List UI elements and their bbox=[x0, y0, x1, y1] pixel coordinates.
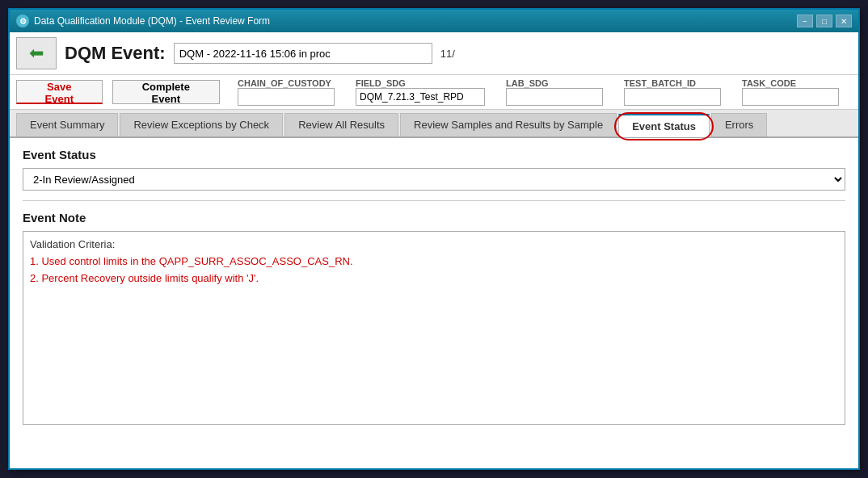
task-code-field: TASK_CODE bbox=[742, 78, 839, 106]
tab-event-summary[interactable]: Event Summary bbox=[16, 113, 118, 136]
tab-review-all-results[interactable]: Review All Results bbox=[284, 113, 398, 136]
lab-sdg-label: LAB_SDG bbox=[506, 78, 603, 88]
tabs-bar: Event Summary Review Exceptions by Check… bbox=[10, 110, 858, 138]
dqm-event-label: DQM Event: bbox=[65, 43, 166, 64]
tab-errors[interactable]: Errors bbox=[711, 113, 767, 136]
window-title: Data Qualification Module (DQM) - Event … bbox=[34, 15, 270, 27]
event-note-title: Event Note bbox=[23, 211, 845, 224]
maximize-button[interactable]: □ bbox=[816, 15, 832, 27]
event-status-title: Event Status bbox=[23, 148, 845, 161]
task-code-input[interactable] bbox=[742, 88, 839, 106]
chain-of-custody-input[interactable] bbox=[238, 88, 335, 106]
test-batch-id-input[interactable] bbox=[624, 88, 721, 106]
event-note-display[interactable]: Validation Criteria: 1. Used control lim… bbox=[23, 231, 845, 425]
note-line-header: Validation Criteria: bbox=[30, 237, 838, 254]
note-line-1: 1. Used control limits in the QAPP_SURR_… bbox=[30, 254, 838, 270]
chain-of-custody-field: CHAIN_OF_CUSTODY bbox=[238, 78, 335, 106]
back-button[interactable]: ⬅ bbox=[16, 37, 57, 69]
event-id-input[interactable] bbox=[174, 43, 432, 64]
event-status-section: Event Status 2-In Review/Assigned bbox=[23, 148, 845, 191]
note-line-2: 2. Percent Recovery outside limits quali… bbox=[30, 270, 838, 287]
lab-sdg-field: LAB_SDG bbox=[506, 78, 603, 106]
tab-event-status[interactable]: Event Status bbox=[618, 114, 710, 137]
complete-event-button[interactable]: Complete Event bbox=[112, 80, 220, 104]
header-area: ⬅ DQM Event: 11/ bbox=[10, 32, 858, 75]
test-batch-id-label: TEST_BATCH_ID bbox=[624, 78, 721, 88]
save-event-button[interactable]: Save Event bbox=[16, 80, 103, 104]
event-id-suffix: 11/ bbox=[440, 48, 455, 60]
event-note-section: Event Note Validation Criteria: 1. Used … bbox=[23, 211, 845, 425]
lab-sdg-input[interactable] bbox=[506, 88, 603, 106]
field-sdg-field: FIELD_SDG bbox=[356, 78, 485, 106]
status-dropdown[interactable]: 2-In Review/Assigned bbox=[23, 168, 845, 191]
field-sdg-label: FIELD_SDG bbox=[356, 78, 485, 88]
back-arrow-icon: ⬅ bbox=[29, 43, 44, 64]
tab-review-samples[interactable]: Review Samples and Results by Sample bbox=[400, 113, 617, 136]
window-controls: − □ ✕ bbox=[797, 15, 852, 27]
task-code-label: TASK_CODE bbox=[742, 78, 839, 88]
main-content: Event Status 2-In Review/Assigned Event … bbox=[10, 138, 858, 468]
tab-review-exceptions[interactable]: Review Exceptions by Check bbox=[120, 113, 283, 136]
test-batch-id-field: TEST_BATCH_ID bbox=[624, 78, 721, 106]
main-window: ⚙ Data Qualification Module (DQM) - Even… bbox=[8, 8, 860, 470]
title-bar-left: ⚙ Data Qualification Module (DQM) - Even… bbox=[16, 15, 270, 27]
title-bar: ⚙ Data Qualification Module (DQM) - Even… bbox=[10, 10, 858, 32]
section-divider bbox=[23, 200, 845, 201]
minimize-button[interactable]: − bbox=[797, 15, 813, 27]
app-icon: ⚙ bbox=[16, 15, 29, 27]
chain-of-custody-label: CHAIN_OF_CUSTODY bbox=[238, 78, 335, 88]
close-button[interactable]: ✕ bbox=[836, 15, 852, 27]
field-sdg-input[interactable] bbox=[356, 88, 485, 106]
